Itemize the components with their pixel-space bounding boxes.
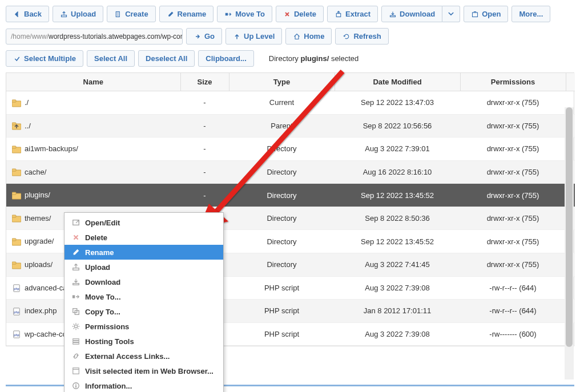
delete-icon (71, 233, 80, 242)
file-perms: drwxr-xr-x (755) (460, 207, 566, 230)
rename-button[interactable]: Rename (159, 6, 214, 22)
deselect-all-label: Deselect All (146, 54, 187, 63)
file-name: ai1wm-backups/ (25, 144, 78, 153)
col-name[interactable]: Name (6, 73, 180, 91)
ctx-copy[interactable]: Copy To... (65, 304, 223, 319)
pencil-icon (167, 10, 175, 18)
download-caret-button[interactable] (442, 6, 460, 22)
up-level-label: Up Level (244, 32, 275, 41)
ctx-move[interactable]: Move To... (65, 289, 223, 304)
file-modified: Aug 3 2022 7:41:45 (335, 253, 460, 276)
file-name: cache/ (25, 168, 46, 176)
go-label: Go (204, 32, 215, 41)
move-icon (224, 10, 232, 18)
svg-rect-17 (12, 215, 16, 217)
ctx-rename[interactable]: Rename (65, 245, 223, 260)
svg-rect-0 (62, 15, 67, 17)
status-prefix: Directory (269, 54, 301, 63)
up-level-button[interactable]: Up Level (225, 28, 282, 45)
select-multiple-button[interactable]: Select Multiple (6, 50, 83, 67)
table-row[interactable]: ../-ParentSep 8 2022 10:56:56drwxr-xr-x … (6, 114, 575, 138)
file-name: uploads/ (25, 260, 53, 269)
ctx-gear[interactable]: Permissions (65, 319, 223, 334)
more-label: More... (519, 10, 543, 18)
refresh-label: Refresh (353, 32, 381, 41)
download-button[interactable]: Download (381, 6, 442, 22)
file-type: Directory (229, 184, 335, 207)
select-multiple-label: Select Multiple (24, 54, 76, 63)
file-name: wp-cache-co (25, 330, 67, 338)
status-suffix: selected (329, 54, 359, 63)
scrollbar-track[interactable] (565, 107, 574, 379)
select-all-button[interactable]: Select All (87, 50, 135, 67)
gear-icon (71, 322, 80, 331)
table-row[interactable]: plugins/-DirectorySep 12 2022 13:45:52dr… (6, 184, 575, 207)
svg-rect-31 (72, 295, 75, 298)
folder-icon (12, 99, 21, 107)
clipboard-label: Clipboard... (206, 54, 247, 63)
ctx-item-label: Open/Edit (85, 219, 120, 227)
col-permissions[interactable]: Permissions (460, 73, 566, 91)
ctx-item-label: Hosting Tools (85, 337, 134, 346)
file-type: Current (229, 91, 335, 115)
ctx-item-label: Information... (85, 382, 132, 390)
home-label: Home (304, 32, 324, 41)
ctx-link[interactable]: External Access Links... (65, 349, 223, 363)
file-modified: Sep 12 2022 13:45:52 (335, 230, 460, 253)
selection-status: Directory plugins/ selected (269, 54, 359, 63)
svg-rect-5 (473, 13, 478, 17)
folder-icon (12, 261, 21, 269)
ctx-info[interactable]: Information... (65, 378, 223, 392)
open-button[interactable]: Open (464, 6, 508, 22)
ctx-upload[interactable]: Upload (65, 260, 223, 274)
file-type: PHP script (229, 300, 335, 323)
download-icon (71, 277, 80, 286)
ctx-browser[interactable]: Visit selected item in Web Browser... (65, 363, 223, 378)
scrollbar-thumb[interactable] (566, 107, 573, 347)
extract-label: Extract (345, 10, 370, 18)
file-perms: drwxr-xr-x (755) (460, 253, 566, 276)
back-button[interactable]: Back (6, 6, 49, 22)
clipboard-button[interactable]: Clipboard... (198, 50, 254, 67)
home-icon (293, 33, 301, 41)
file-modified: Sep 12 2022 13:45:52 (335, 184, 460, 207)
file-size: - (180, 114, 229, 138)
upload-icon (60, 10, 68, 18)
table-row[interactable]: ai1wm-backups/-DirectoryAug 3 2022 7:39:… (6, 138, 575, 161)
create-icon (114, 10, 122, 18)
svg-rect-29 (73, 268, 79, 270)
col-type[interactable]: Type (229, 73, 335, 91)
file-type: Parent (229, 114, 335, 138)
browser-icon (71, 366, 80, 375)
file-name: ./ (25, 98, 29, 107)
ctx-hosting[interactable]: Hosting Tools (65, 334, 223, 349)
home-button[interactable]: Home (285, 28, 332, 45)
move-to-button[interactable]: Move To (217, 6, 272, 22)
col-size[interactable]: Size (180, 73, 229, 91)
col-modified[interactable]: Date Modified (335, 73, 460, 91)
ctx-download[interactable]: Download (65, 274, 223, 289)
file-name: index.php (25, 306, 57, 315)
go-button[interactable]: Go (186, 28, 222, 45)
table-row[interactable]: cache/-DirectoryAug 16 2022 8:16:10drwxr… (6, 160, 575, 184)
select-toolbar: Select Multiple Select All Deselect All … (6, 50, 574, 67)
extract-button[interactable]: Extract (327, 6, 378, 22)
deselect-all-button[interactable]: Deselect All (138, 50, 195, 67)
create-button[interactable]: Create (107, 6, 155, 22)
refresh-button[interactable]: Refresh (335, 28, 388, 45)
file-modified: Aug 16 2022 8:16:10 (335, 160, 460, 184)
select-all-label: Select All (94, 54, 127, 63)
ctx-open[interactable]: Open/Edit (65, 215, 223, 230)
file-perms: drwxr-xr-x (755) (460, 114, 566, 138)
table-row[interactable]: ./-CurrentSep 12 2022 13:47:03drwxr-xr-x… (6, 91, 575, 115)
file-type: Directory (229, 160, 335, 184)
svg-rect-4 (390, 15, 396, 17)
file-perms: drwxr-xr-x (755) (460, 91, 566, 115)
more-button[interactable]: More... (511, 6, 550, 22)
svg-point-40 (75, 384, 76, 385)
path-input[interactable]: /home/www/wordpress-tutorials.atwebpages… (6, 29, 183, 45)
delete-button[interactable]: Delete (276, 6, 324, 22)
hosting-icon (71, 337, 80, 346)
upload-button[interactable]: Upload (53, 6, 103, 22)
ctx-delete[interactable]: Delete (65, 230, 223, 245)
